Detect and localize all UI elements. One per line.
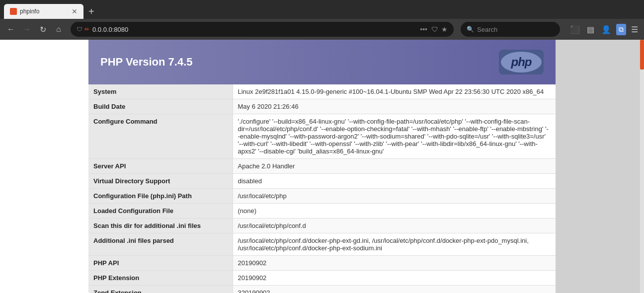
table-row: SystemLinux 2e9f281f1a01 4.15.0-99-gener… xyxy=(88,84,556,99)
table-row: PHP API20190902 xyxy=(88,256,556,271)
table-row: Additional .ini files parsed/usr/local/e… xyxy=(88,233,556,256)
php-version-title: PHP Version 7.4.5 xyxy=(100,56,192,69)
menu-icon[interactable]: ☰ xyxy=(629,23,640,36)
forward-button[interactable]: → xyxy=(20,22,34,36)
table-cell-label: Configure Command xyxy=(88,114,233,159)
search-bar[interactable]: 🔍 Search xyxy=(461,22,560,37)
php-logo-text: php xyxy=(511,55,532,69)
active-tab[interactable]: phpinfo ✕ xyxy=(4,4,83,19)
table-cell-label: Zend Extension xyxy=(88,286,233,293)
table-row: Build DateMay 6 2020 21:26:46 xyxy=(88,99,556,114)
table-cell-value: './configure' '--build=x86_64-linux-gnu'… xyxy=(233,114,556,159)
table-cell-label: Configuration File (php.ini) Path xyxy=(88,189,233,204)
table-cell-label: Build Date xyxy=(88,99,233,114)
table-cell-label: PHP Extension xyxy=(88,271,233,286)
table-cell-value: (none) xyxy=(233,204,556,219)
table-cell-value: 20190902 xyxy=(233,256,556,271)
tab-favicon xyxy=(10,8,17,15)
tab-close-button[interactable]: ✕ xyxy=(72,8,78,15)
table-cell-value: 20190902 xyxy=(233,271,556,286)
new-tab-button[interactable]: + xyxy=(83,4,99,19)
nav-bar: ← → ↻ ⌂ 🛡 ✏ 0.0.0.0:8080 ••• 🛡 ★ 🔍 Searc… xyxy=(0,19,644,40)
table-cell-label: Loaded Configuration File xyxy=(88,204,233,219)
table-row: Configure Command'./configure' '--build=… xyxy=(88,114,556,159)
toolbar-icons: ⬛ ▤ 👤 ⧉ ☰ xyxy=(568,23,640,36)
table-cell-value: May 6 2020 21:26:46 xyxy=(233,99,556,114)
table-cell-value: /usr/local/etc/php/conf.d/docker-php-ext… xyxy=(233,233,556,256)
security-icon: 🛡 xyxy=(77,26,82,33)
search-icon: 🔍 xyxy=(467,26,474,33)
table-cell-label: System xyxy=(88,84,233,99)
shield-icon[interactable]: 🛡 xyxy=(431,25,438,33)
table-cell-value: Linux 2e9f281f1a01 4.15.0-99-generic #10… xyxy=(233,84,556,99)
table-cell-label: Server API xyxy=(88,159,233,174)
table-cell-value: /usr/local/etc/php/conf.d xyxy=(233,219,556,233)
back-button[interactable]: ← xyxy=(4,22,18,36)
extensions-icon[interactable]: ⧉ xyxy=(616,24,626,35)
page-content: PHP Version 7.4.5 php SystemLinux 2e9f28… xyxy=(88,40,556,293)
library-icon[interactable]: ⬛ xyxy=(568,23,582,36)
info-table: SystemLinux 2e9f281f1a01 4.15.0-99-gener… xyxy=(88,84,556,293)
search-placeholder-text: Search xyxy=(477,26,497,33)
table-row: Server APIApache 2.0 Handler xyxy=(88,159,556,174)
address-text: 0.0.0.0:8080 xyxy=(92,26,420,33)
edit-icon: ✏ xyxy=(84,26,89,33)
php-logo-inner: php xyxy=(501,52,542,73)
sidebar-icon[interactable]: ▤ xyxy=(585,23,596,36)
table-row: Scan this dir for additional .ini files/… xyxy=(88,219,556,233)
bookmark-star-icon[interactable]: ★ xyxy=(441,25,448,33)
home-button[interactable]: ⌂ xyxy=(52,22,66,36)
table-cell-label: Scan this dir for additional .ini files xyxy=(88,219,233,233)
address-more-button[interactable]: ••• xyxy=(420,25,427,33)
tab-title: phpinfo xyxy=(20,8,68,15)
table-cell-value: disabled xyxy=(233,174,556,189)
address-bar[interactable]: 🛡 ✏ 0.0.0.0:8080 ••• 🛡 ★ xyxy=(71,22,454,37)
table-row: Zend Extension320190902 xyxy=(88,286,556,293)
scrollbar-thumb[interactable] xyxy=(640,40,644,70)
table-row: Virtual Directory Supportdisabled xyxy=(88,174,556,189)
table-row: Configuration File (php.ini) Path/usr/lo… xyxy=(88,189,556,204)
php-logo: php xyxy=(499,50,544,74)
table-cell-value: 320190902 xyxy=(233,286,556,293)
table-row: Loaded Configuration File(none) xyxy=(88,204,556,219)
tab-bar: phpinfo ✕ + xyxy=(0,0,644,19)
account-icon[interactable]: 👤 xyxy=(599,23,613,36)
table-cell-label: Virtual Directory Support xyxy=(88,174,233,189)
table-cell-value: Apache 2.0 Handler xyxy=(233,159,556,174)
browser-chrome: phpinfo ✕ + ← → ↻ ⌂ 🛡 ✏ 0.0.0.0:8080 •••… xyxy=(0,0,644,40)
table-cell-label: Additional .ini files parsed xyxy=(88,233,233,256)
table-row: PHP Extension20190902 xyxy=(88,271,556,286)
phpinfo-header: PHP Version 7.4.5 php xyxy=(88,40,556,84)
table-cell-label: PHP API xyxy=(88,256,233,271)
table-cell-value: /usr/local/etc/php xyxy=(233,189,556,204)
reload-button[interactable]: ↻ xyxy=(36,22,50,36)
